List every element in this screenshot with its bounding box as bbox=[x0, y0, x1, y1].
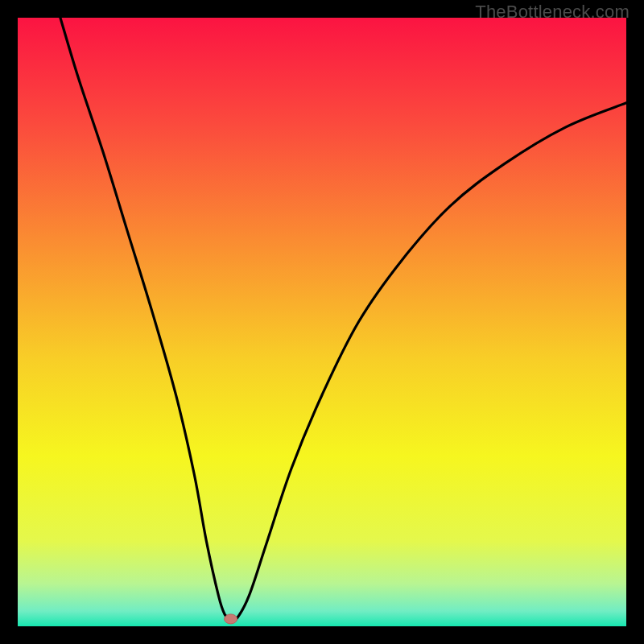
chart-svg bbox=[18, 18, 626, 626]
plot-frame bbox=[18, 18, 626, 626]
chart-background-gradient bbox=[18, 18, 626, 626]
watermark-text: TheBottleneck.com bbox=[475, 2, 630, 23]
optimum-marker bbox=[225, 614, 237, 624]
